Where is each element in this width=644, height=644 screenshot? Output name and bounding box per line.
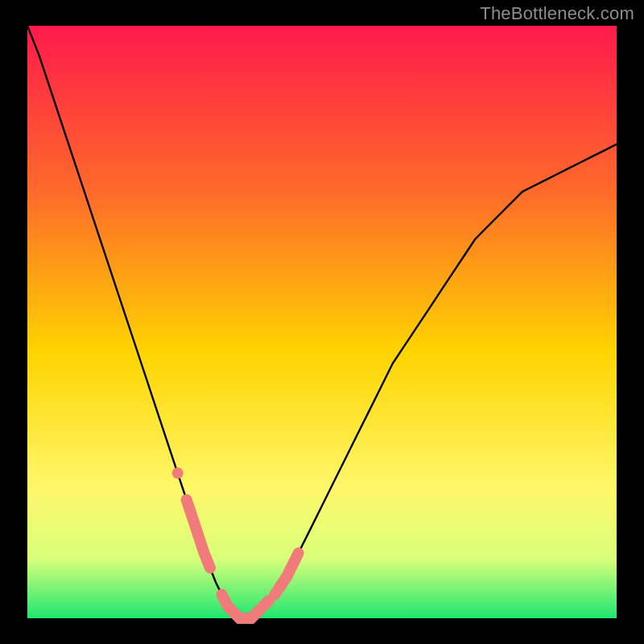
plot-background — [27, 26, 617, 618]
watermark-text: TheBottleneck.com — [480, 3, 634, 24]
curve-marker-dot — [172, 468, 184, 479]
bottleneck-chart — [0, 0, 644, 644]
chart-container: TheBottleneck.com — [0, 0, 644, 644]
